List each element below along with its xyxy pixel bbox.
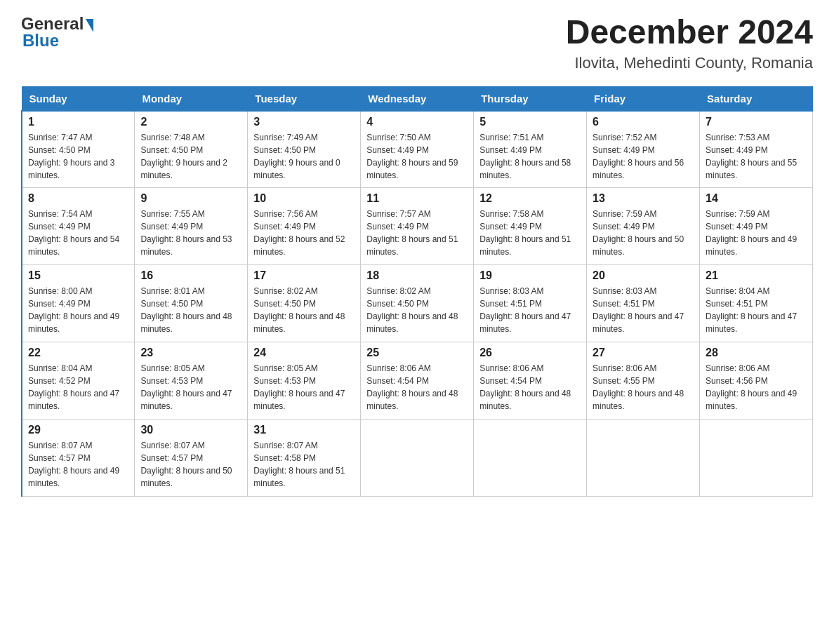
day-number: 10 bbox=[253, 192, 355, 205]
day-number: 2 bbox=[140, 116, 241, 128]
day-info: Sunrise: 7:53 AMSunset: 4:49 PMDaylight:… bbox=[706, 133, 797, 180]
day-number: 18 bbox=[366, 269, 468, 282]
day-number: 13 bbox=[593, 192, 694, 205]
calendar-table: Sunday Monday Tuesday Wednesday Thursday… bbox=[21, 86, 813, 497]
day-number: 19 bbox=[479, 269, 581, 282]
day-info: Sunrise: 7:52 AMSunset: 4:49 PMDaylight:… bbox=[593, 133, 684, 180]
calendar-day-cell: 3 Sunrise: 7:49 AMSunset: 4:50 PMDayligh… bbox=[248, 111, 361, 188]
calendar-day-cell: 20 Sunrise: 8:03 AMSunset: 4:51 PMDaylig… bbox=[587, 265, 700, 342]
calendar-week-row: 8 Sunrise: 7:54 AMSunset: 4:49 PMDayligh… bbox=[22, 188, 813, 265]
calendar-day-cell: 10 Sunrise: 7:56 AMSunset: 4:49 PMDaylig… bbox=[248, 188, 361, 265]
day-info: Sunrise: 7:55 AMSunset: 4:49 PMDaylight:… bbox=[140, 209, 232, 257]
calendar-day-cell: 8 Sunrise: 7:54 AMSunset: 4:49 PMDayligh… bbox=[22, 188, 135, 265]
day-number: 23 bbox=[140, 347, 241, 359]
calendar-day-cell: 22 Sunrise: 8:04 AMSunset: 4:52 PMDaylig… bbox=[22, 342, 135, 420]
day-number: 25 bbox=[366, 347, 468, 359]
day-info: Sunrise: 8:04 AMSunset: 4:52 PMDaylight:… bbox=[28, 363, 119, 411]
day-info: Sunrise: 8:00 AMSunset: 4:49 PMDaylight:… bbox=[28, 286, 119, 334]
day-info: Sunrise: 8:01 AMSunset: 4:50 PMDaylight:… bbox=[140, 286, 232, 334]
header-thursday: Thursday bbox=[474, 86, 587, 111]
logo: General Blue bbox=[21, 14, 93, 51]
day-info: Sunrise: 7:47 AMSunset: 4:50 PMDaylight:… bbox=[28, 133, 114, 180]
day-info: Sunrise: 7:54 AMSunset: 4:49 PMDaylight:… bbox=[28, 209, 119, 257]
calendar-day-cell: 7 Sunrise: 7:53 AMSunset: 4:49 PMDayligh… bbox=[700, 111, 813, 188]
month-year-title: December 2024 bbox=[566, 14, 813, 51]
day-info: Sunrise: 7:49 AMSunset: 4:50 PMDaylight:… bbox=[253, 133, 340, 180]
calendar-week-row: 22 Sunrise: 8:04 AMSunset: 4:52 PMDaylig… bbox=[22, 342, 813, 420]
calendar-day-cell: 30 Sunrise: 8:07 AMSunset: 4:57 PMDaylig… bbox=[135, 420, 248, 497]
day-number: 12 bbox=[479, 192, 581, 205]
day-number: 1 bbox=[28, 116, 128, 128]
day-info: Sunrise: 8:06 AMSunset: 4:56 PMDaylight:… bbox=[706, 363, 797, 411]
calendar-day-cell bbox=[587, 420, 700, 497]
day-number: 3 bbox=[253, 116, 355, 128]
day-info: Sunrise: 7:57 AMSunset: 4:49 PMDaylight:… bbox=[366, 209, 458, 257]
day-info: Sunrise: 7:50 AMSunset: 4:49 PMDaylight:… bbox=[366, 133, 458, 180]
calendar-day-cell: 23 Sunrise: 8:05 AMSunset: 4:53 PMDaylig… bbox=[135, 342, 248, 420]
day-info: Sunrise: 7:59 AMSunset: 4:49 PMDaylight:… bbox=[593, 209, 684, 257]
calendar-day-cell: 26 Sunrise: 8:06 AMSunset: 4:54 PMDaylig… bbox=[474, 342, 587, 420]
calendar-week-row: 29 Sunrise: 8:07 AMSunset: 4:57 PMDaylig… bbox=[22, 420, 813, 497]
calendar-day-cell: 18 Sunrise: 8:02 AMSunset: 4:50 PMDaylig… bbox=[361, 265, 474, 342]
day-info: Sunrise: 8:06 AMSunset: 4:54 PMDaylight:… bbox=[366, 363, 458, 411]
header-tuesday: Tuesday bbox=[248, 86, 361, 111]
day-info: Sunrise: 7:56 AMSunset: 4:49 PMDaylight:… bbox=[253, 209, 345, 257]
day-info: Sunrise: 8:02 AMSunset: 4:50 PMDaylight:… bbox=[253, 286, 345, 334]
calendar-day-cell: 24 Sunrise: 8:05 AMSunset: 4:53 PMDaylig… bbox=[248, 342, 361, 420]
header-friday: Friday bbox=[587, 86, 700, 111]
calendar-day-cell: 4 Sunrise: 7:50 AMSunset: 4:49 PMDayligh… bbox=[361, 111, 474, 188]
day-number: 20 bbox=[593, 269, 694, 282]
day-number: 9 bbox=[140, 192, 241, 205]
title-block: December 2024 Ilovita, Mehedinti County,… bbox=[566, 14, 813, 72]
header-monday: Monday bbox=[135, 86, 248, 111]
calendar-day-cell: 13 Sunrise: 7:59 AMSunset: 4:49 PMDaylig… bbox=[587, 188, 700, 265]
day-number: 29 bbox=[28, 424, 128, 436]
page-header: General Blue December 2024 Ilovita, Mehe… bbox=[21, 14, 813, 72]
day-number: 11 bbox=[366, 192, 468, 205]
day-info: Sunrise: 7:59 AMSunset: 4:49 PMDaylight:… bbox=[706, 209, 797, 257]
day-number: 17 bbox=[253, 269, 355, 282]
day-info: Sunrise: 7:51 AMSunset: 4:49 PMDaylight:… bbox=[479, 133, 571, 180]
day-number: 22 bbox=[28, 347, 128, 359]
calendar-day-cell bbox=[700, 420, 813, 497]
day-number: 8 bbox=[28, 192, 128, 205]
day-number: 31 bbox=[253, 424, 355, 436]
day-info: Sunrise: 8:02 AMSunset: 4:50 PMDaylight:… bbox=[366, 286, 458, 334]
day-number: 5 bbox=[479, 116, 581, 128]
calendar-day-cell: 14 Sunrise: 7:59 AMSunset: 4:49 PMDaylig… bbox=[700, 188, 813, 265]
day-info: Sunrise: 7:58 AMSunset: 4:49 PMDaylight:… bbox=[479, 209, 571, 257]
day-info: Sunrise: 8:06 AMSunset: 4:55 PMDaylight:… bbox=[593, 363, 684, 411]
calendar-week-row: 1 Sunrise: 7:47 AMSunset: 4:50 PMDayligh… bbox=[22, 111, 813, 188]
day-number: 16 bbox=[140, 269, 241, 282]
calendar-day-cell: 28 Sunrise: 8:06 AMSunset: 4:56 PMDaylig… bbox=[700, 342, 813, 420]
day-number: 6 bbox=[593, 116, 694, 128]
calendar-day-cell: 31 Sunrise: 8:07 AMSunset: 4:58 PMDaylig… bbox=[248, 420, 361, 497]
day-number: 4 bbox=[366, 116, 468, 128]
day-number: 30 bbox=[140, 424, 241, 436]
calendar-day-cell: 11 Sunrise: 7:57 AMSunset: 4:49 PMDaylig… bbox=[361, 188, 474, 265]
calendar-day-cell: 17 Sunrise: 8:02 AMSunset: 4:50 PMDaylig… bbox=[248, 265, 361, 342]
header-wednesday: Wednesday bbox=[361, 86, 474, 111]
calendar-day-cell: 19 Sunrise: 8:03 AMSunset: 4:51 PMDaylig… bbox=[474, 265, 587, 342]
day-number: 14 bbox=[706, 192, 807, 205]
calendar-day-cell: 15 Sunrise: 8:00 AMSunset: 4:49 PMDaylig… bbox=[22, 265, 135, 342]
calendar-day-cell: 29 Sunrise: 8:07 AMSunset: 4:57 PMDaylig… bbox=[22, 420, 135, 497]
logo-triangle-icon bbox=[86, 19, 93, 32]
day-number: 27 bbox=[593, 347, 694, 359]
day-info: Sunrise: 8:04 AMSunset: 4:51 PMDaylight:… bbox=[706, 286, 797, 334]
calendar-day-cell: 12 Sunrise: 7:58 AMSunset: 4:49 PMDaylig… bbox=[474, 188, 587, 265]
calendar-day-cell: 2 Sunrise: 7:48 AMSunset: 4:50 PMDayligh… bbox=[135, 111, 248, 188]
calendar-week-row: 15 Sunrise: 8:00 AMSunset: 4:49 PMDaylig… bbox=[22, 265, 813, 342]
day-info: Sunrise: 8:03 AMSunset: 4:51 PMDaylight:… bbox=[593, 286, 684, 334]
day-number: 26 bbox=[479, 347, 581, 359]
day-number: 7 bbox=[706, 116, 807, 128]
calendar-day-cell: 25 Sunrise: 8:06 AMSunset: 4:54 PMDaylig… bbox=[361, 342, 474, 420]
header-sunday: Sunday bbox=[22, 86, 135, 111]
calendar-day-cell: 9 Sunrise: 7:55 AMSunset: 4:49 PMDayligh… bbox=[135, 188, 248, 265]
location-subtitle: Ilovita, Mehedinti County, Romania bbox=[566, 54, 813, 72]
day-number: 24 bbox=[253, 347, 355, 359]
calendar-day-cell: 6 Sunrise: 7:52 AMSunset: 4:49 PMDayligh… bbox=[587, 111, 700, 188]
calendar-day-cell bbox=[474, 420, 587, 497]
day-info: Sunrise: 8:07 AMSunset: 4:58 PMDaylight:… bbox=[253, 441, 345, 488]
day-info: Sunrise: 8:07 AMSunset: 4:57 PMDaylight:… bbox=[140, 441, 232, 488]
